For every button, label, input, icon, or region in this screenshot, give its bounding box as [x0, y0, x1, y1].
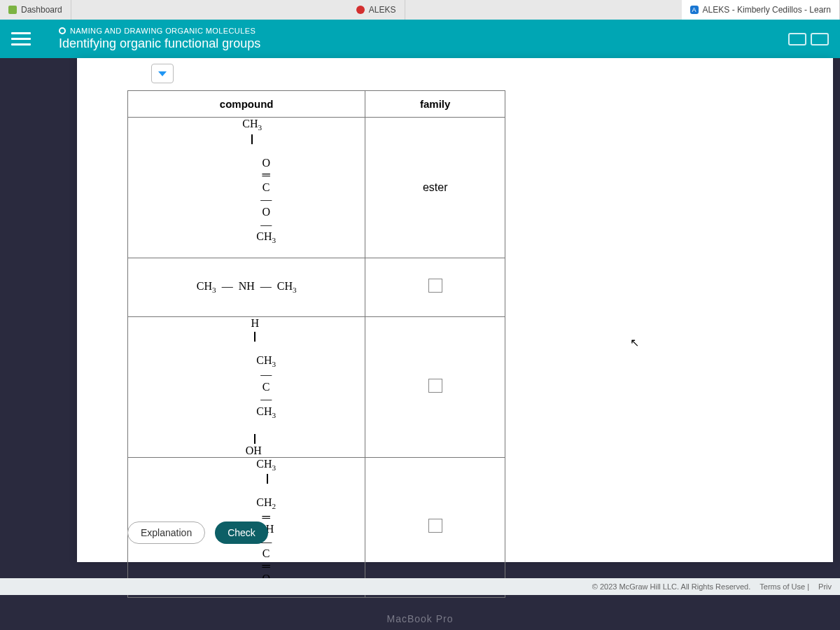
family-cell[interactable]: [365, 258, 505, 316]
tab-dashboard[interactable]: Dashboard: [0, 0, 71, 20]
family-answer: ester: [423, 181, 448, 193]
table-row: CH3 — NH — CH3: [128, 258, 505, 316]
answer-input-box[interactable]: [428, 279, 442, 293]
footer-bar: © 2023 McGraw Hill LLC. All Rights Reser…: [0, 578, 840, 595]
column-header-compound: compound: [128, 91, 365, 118]
tab-aleks-learn[interactable]: A ALEKS - Kimberly Cedillos - Learn: [682, 0, 840, 20]
header-tools: [788, 33, 829, 46]
app-header: NAMING AND DRAWING ORGANIC MOLECULES Ide…: [0, 20, 840, 58]
compound-cell: CH3 O ═ C — O — CH3: [128, 118, 365, 258]
tool-box-icon[interactable]: [788, 33, 806, 46]
chevron-down-icon: [158, 71, 167, 76]
tab-label: Dashboard: [21, 5, 62, 15]
aleks-icon: [356, 6, 365, 14]
bond-icon: [254, 434, 255, 444]
check-button[interactable]: Check: [215, 522, 268, 544]
compound-cell: H CH3 — C — CH3 OH: [128, 316, 365, 457]
compound-cell: CH3 — NH — CH3: [128, 258, 365, 316]
browser-tab-strip: Dashboard ALEKS A ALEKS - Kimberly Cedil…: [0, 0, 840, 20]
action-buttons: Explanation Check: [127, 522, 268, 544]
answer-input-box[interactable]: [428, 379, 442, 393]
question-panel: compound family CH3 O ═ C —: [77, 58, 833, 562]
privacy-link[interactable]: Priv: [818, 582, 832, 591]
family-cell[interactable]: [365, 316, 505, 457]
tab-aleks[interactable]: ALEKS: [348, 0, 405, 20]
tab-label: ALEKS - Kimberly Cedillos - Learn: [703, 5, 831, 15]
bond-icon: [254, 332, 255, 342]
cursor-icon: ↖: [630, 336, 639, 349]
family-cell[interactable]: [365, 457, 505, 598]
answer-input-box[interactable]: [428, 519, 442, 533]
terms-link[interactable]: Terms of Use: [760, 582, 805, 591]
scroll-down-button[interactable]: [151, 64, 174, 83]
table-row: CH3 O ═ C — O — CH3: [128, 118, 505, 258]
bond-icon: [251, 134, 253, 144]
column-header-family: family: [365, 91, 505, 118]
table-row: H CH3 — C — CH3 OH: [128, 316, 505, 457]
bond-icon: [267, 474, 268, 484]
aleks-badge-icon: A: [690, 6, 699, 14]
category-dot-icon: [59, 27, 66, 34]
device-label: MacBook Pro: [386, 613, 453, 624]
explanation-button[interactable]: Explanation: [127, 522, 205, 544]
family-cell: ester: [365, 118, 505, 258]
hamburger-menu-icon[interactable]: [11, 31, 31, 48]
copyright-text: © 2023 McGraw Hill LLC. All Rights Reser…: [592, 582, 750, 591]
tool-box-icon[interactable]: [811, 33, 829, 46]
lesson-title: Identifying organic functional groups: [59, 36, 788, 51]
dashboard-icon: [8, 6, 17, 14]
lesson-category: NAMING AND DRAWING ORGANIC MOLECULES: [59, 27, 788, 35]
tab-label: ALEKS: [369, 5, 396, 15]
